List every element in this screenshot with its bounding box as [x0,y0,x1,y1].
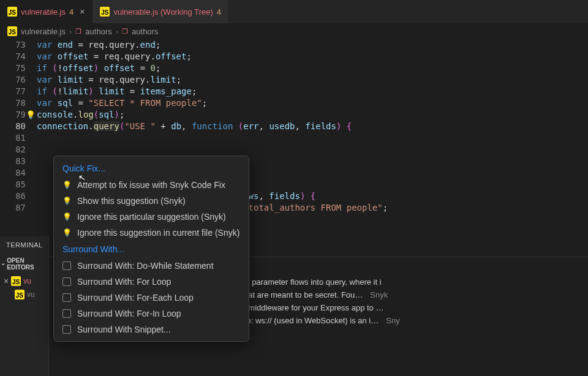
checkbox-icon [62,325,71,334]
lightbulb-icon: 💡 [62,228,71,237]
js-file-icon: JS [7,7,17,17]
menu-item-label: Attempt to fix issue with Snyk Code Fix [77,180,225,190]
editor-tab[interactable]: JS vulnerable.js 4 × [0,0,92,23]
quickfix-item[interactable]: 💡Ignore this particular suggestion (Snyk… [54,209,249,225]
editor-tab[interactable]: JS vulnerable.js (Working Tree) 4 [92,0,229,23]
menu-section-header: Surround With... [54,241,249,258]
menu-item-label: Ignore this suggestion in current file (… [77,228,239,238]
js-file-icon: JS [11,276,21,286]
symbol-icon: ❒ [122,28,128,36]
file-name: vu [27,290,35,299]
menu-item-label: Surround With Snippet... [77,325,171,334]
js-file-icon: JS [15,290,24,299]
lightbulb-icon: 💡 [62,181,71,189]
close-icon[interactable]: × [4,276,9,286]
breadcrumb[interactable]: JS vulnerable.js › ❒ authors › ❒ authors [0,23,588,39]
quickfix-item[interactable]: 💡Show this suggestion (Snyk) [54,193,249,209]
chevron-down-icon: › [0,263,7,265]
breadcrumb-symbol: authors [132,27,158,36]
tab-bar: JS vulnerable.js 4 × JS vulnerable.js (W… [0,0,588,23]
menu-item-label: Surround With: For-Each Loop [77,293,194,303]
file-name: vu [23,277,31,285]
problem-source: Snyk [370,290,388,299]
checkbox-icon [62,293,71,302]
surround-item[interactable]: Surround With: For-Each Loop [54,290,249,306]
menu-item-label: Surround With: Do-While Statement [77,261,214,271]
tab-name: vulnerable.js [21,7,66,17]
section-label: OPEN EDITORS [7,257,46,271]
surround-item[interactable]: Surround With: For-In Loop [54,306,249,321]
tab-modified-badge: 4 [69,7,74,17]
menu-item-label: Show this suggestion (Snyk) [77,196,186,206]
js-file-icon: JS [7,26,17,36]
surround-item[interactable]: Surround With Snippet... [54,321,249,337]
lightbulb-icon: 💡 [62,197,71,205]
menu-item-label: Surround With: For-In Loop [77,309,181,318]
tab-modified-badge: 4 [217,7,221,17]
problem-source: Sny [386,316,399,325]
surround-item[interactable]: Surround With: Do-While Statement [54,258,249,274]
breadcrumb-symbol: authors [85,27,111,36]
chevron-right-icon: › [116,27,118,36]
checkbox-icon [62,309,71,318]
open-editors-section[interactable]: › OPEN EDITORS [0,254,48,274]
checkbox-icon [62,261,71,270]
chevron-right-icon: › [69,27,72,36]
line-gutter: 737475767778798081828384858687 [0,39,37,235]
quickfix-item[interactable]: 💡Ignore this suggestion in current file … [54,225,249,241]
menu-item-label: Surround With: For Loop [77,277,171,287]
surround-item[interactable]: Surround With: For Loop [54,274,249,290]
symbol-icon: ❒ [75,28,81,36]
lightbulb-icon: 💡 [62,212,71,221]
open-editor-item[interactable]: JSvu [0,288,48,301]
quick-fix-menu: Quick Fix... 💡Attempt to fix issue with … [53,156,249,342]
open-editor-item[interactable]: ×JSvu [0,274,48,288]
mouse-cursor-icon: ↖ [78,172,87,183]
js-file-icon: JS [100,7,110,17]
tab-name: vulnerable.js (Working Tree) [113,7,213,17]
panel-tab-terminal[interactable]: TERMINAL [0,236,48,254]
explorer-panel: TERMINAL › OPEN EDITORS ×JSvuJSvu [0,236,49,376]
checkbox-icon [62,277,71,286]
lightbulb-icon[interactable]: 💡 [26,109,36,121]
close-icon[interactable]: × [80,7,85,17]
breadcrumb-file: vulnerable.js [21,27,66,36]
menu-item-label: Ignore this particular suggestion (Snyk) [77,212,226,222]
